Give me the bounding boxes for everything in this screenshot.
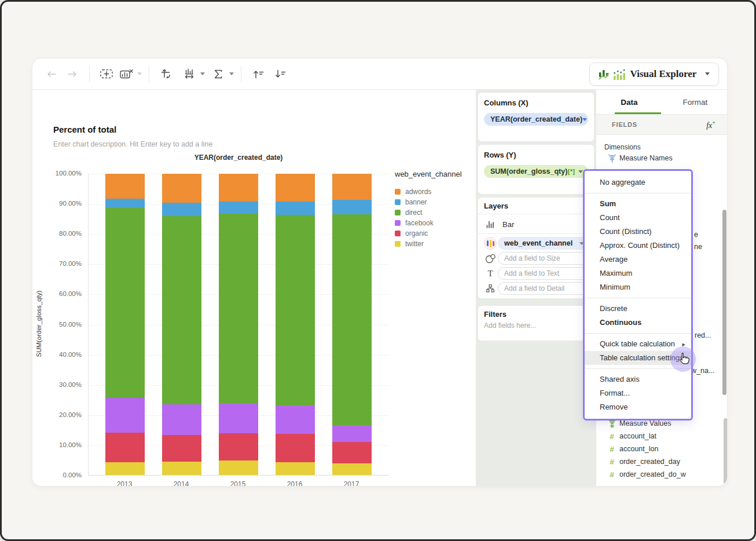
bar-orientation-caret-icon[interactable] — [200, 72, 205, 75]
add-calculated-field-icon[interactable]: fx+ — [706, 119, 715, 130]
bar-segment-organic[interactable] — [219, 433, 258, 460]
delete-chart-caret-icon[interactable] — [137, 72, 142, 75]
pill-caret-icon[interactable] — [582, 118, 587, 121]
field-item-order-created-do-w[interactable]: #order_created_do_w — [604, 469, 721, 480]
menu-item-table-calculation-settings[interactable]: Table calculation settings — [585, 351, 691, 365]
bar-segment-facebook[interactable] — [219, 403, 258, 433]
sidebar-scrollbar[interactable] — [724, 418, 728, 484]
table-calc-badge: [*] — [568, 168, 575, 175]
bar-segment-banner[interactable] — [276, 202, 315, 215]
tab-data[interactable]: Data — [596, 90, 662, 114]
menu-item-count[interactable]: Count — [585, 211, 691, 225]
sort-descending-icon[interactable] — [270, 64, 290, 84]
menu-item-format[interactable]: Format... — [585, 386, 691, 400]
pill-caret-icon[interactable] — [578, 170, 583, 173]
menu-item-remove[interactable]: Remove — [585, 400, 691, 414]
delete-chart-icon[interactable] — [116, 64, 136, 84]
sort-ascending-icon[interactable] — [248, 64, 268, 84]
bar-segment-twitter[interactable] — [276, 462, 315, 475]
bar-segment-organic[interactable] — [105, 433, 145, 462]
menu-item-maximum[interactable]: Maximum — [585, 266, 691, 280]
transpose-axes-icon[interactable] — [156, 64, 176, 84]
detail-field-input[interactable]: Add a field to Detail — [498, 282, 589, 295]
bar-segment-organic[interactable] — [162, 435, 201, 461]
field-item-order-created-day[interactable]: #order_created_day — [604, 456, 721, 467]
color-pill[interactable]: web_event_channel — [498, 237, 589, 250]
color-pill-label: web_event_channel — [504, 239, 572, 247]
undo-icon[interactable] — [42, 64, 61, 84]
bar-segment-direct[interactable] — [276, 215, 315, 405]
menu-item-minimum[interactable]: Minimum — [585, 280, 691, 294]
menu-item-continuous[interactable]: Continuous — [585, 316, 691, 330]
bar-segment-twitter[interactable] — [332, 463, 372, 475]
aggregate-caret-icon[interactable] — [229, 72, 234, 75]
visualization-type-switcher[interactable]: Visual Explorer — [589, 63, 719, 86]
field-item-account-lon[interactable]: #account_lon — [604, 443, 721, 455]
bar-segment-banner[interactable] — [332, 200, 372, 214]
legend-item-direct[interactable]: direct — [395, 207, 474, 218]
redo-icon[interactable] — [63, 64, 82, 84]
columns-pill[interactable]: YEAR(order_created_date) — [484, 113, 588, 126]
chart-title[interactable]: Percent of total — [53, 125, 116, 134]
bar-2014[interactable] — [162, 174, 201, 475]
bar-segment-direct[interactable] — [105, 208, 145, 399]
bar-segment-twitter[interactable] — [162, 462, 201, 475]
bar-segment-adwords[interactable] — [105, 174, 145, 199]
menu-item-no-aggregate[interactable]: No aggregate — [585, 176, 691, 189]
bar-segment-direct[interactable] — [332, 214, 372, 425]
menu-item-quick-table-calculation[interactable]: Quick table calculation▸ — [585, 337, 691, 351]
tab-format[interactable]: Format — [662, 90, 728, 114]
legend-item-facebook[interactable]: facebook — [395, 218, 474, 228]
bar-2015[interactable] — [219, 174, 258, 475]
aggregate-sigma-icon[interactable] — [208, 64, 228, 84]
bar-segment-facebook[interactable] — [105, 398, 145, 433]
rows-pill[interactable]: SUM(order_gloss_qty) [*] — [484, 165, 588, 178]
sidebar-scrollbar[interactable] — [722, 210, 726, 395]
text-field-input[interactable]: Add a field to Text — [498, 267, 589, 280]
bar-segment-twitter[interactable] — [105, 462, 145, 475]
bar-segment-organic[interactable] — [276, 434, 315, 462]
menu-item-sum[interactable]: Sum — [585, 197, 691, 211]
menu-item-shared-axis[interactable]: Shared axis — [585, 372, 691, 386]
bar-2017[interactable] — [332, 174, 372, 475]
legend-item-organic[interactable]: organic — [395, 228, 474, 239]
legend-item-adwords[interactable]: adwords — [395, 187, 474, 197]
chart-canvas: Percent of total Enter chart description… — [32, 90, 476, 487]
menu-item-label: Remove — [600, 403, 627, 411]
legend-item-banner[interactable]: banner — [395, 197, 474, 207]
filters-drop-target[interactable]: Add fields here... — [484, 321, 536, 330]
bar-segment-adwords[interactable] — [219, 174, 258, 202]
bar-segment-facebook[interactable] — [276, 405, 315, 434]
bar-segment-adwords[interactable] — [276, 174, 315, 202]
legend-swatch — [395, 210, 401, 215]
legend-item-twitter[interactable]: twitter — [395, 239, 474, 249]
bar-segment-adwords[interactable] — [332, 174, 372, 200]
bar-segment-facebook[interactable] — [332, 425, 372, 442]
mark-type-row[interactable]: Bar — [483, 217, 589, 231]
bar-segment-adwords[interactable] — [162, 174, 201, 203]
new-chart-icon[interactable] — [97, 64, 116, 84]
bar-segment-banner[interactable] — [105, 199, 145, 208]
bar-segment-direct[interactable] — [219, 214, 258, 403]
app-window: Visual Explorer Percent of total Enter c… — [32, 58, 728, 487]
legend-label: twitter — [405, 240, 424, 248]
field-item-measure-names[interactable]: Measure Names — [604, 152, 721, 164]
bar-segment-banner[interactable] — [162, 203, 201, 216]
bar-segment-banner[interactable] — [219, 202, 258, 214]
bar-segment-twitter[interactable] — [219, 460, 258, 475]
bar-2013[interactable] — [105, 174, 145, 475]
submenu-arrow-icon: ▸ — [682, 337, 685, 351]
menu-item-approx-count-distinct[interactable]: Approx. Count (Distinct) — [585, 239, 691, 253]
size-field-input[interactable]: Add a field to Size — [498, 252, 589, 265]
bar-segment-facebook[interactable] — [162, 404, 201, 435]
bar-segment-direct[interactable] — [162, 216, 201, 404]
menu-item-average[interactable]: Average — [585, 253, 691, 266]
bar-segment-organic[interactable] — [332, 442, 372, 463]
field-item-account-lat[interactable]: #account_lat — [604, 430, 721, 442]
bar-orientation-icon[interactable] — [179, 64, 199, 84]
menu-item-count-distinct[interactable]: Count (Distinct) — [585, 225, 691, 239]
bar-2016[interactable] — [276, 174, 315, 475]
chart-description-placeholder[interactable]: Enter chart description. Hit Enter key t… — [53, 140, 212, 148]
menu-item-discrete[interactable]: Discrete — [585, 302, 691, 316]
clipped-field-label: e — [694, 231, 698, 239]
